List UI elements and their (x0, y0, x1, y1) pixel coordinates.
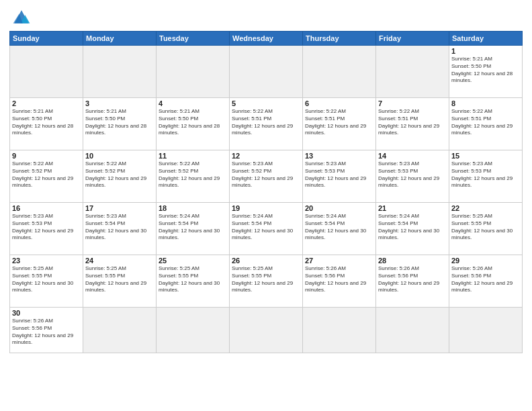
calendar-cell: 10Sunrise: 5:22 AMSunset: 5:52 PMDayligh… (83, 150, 157, 203)
sunset-label: Sunset: (159, 273, 177, 279)
sunrise-label: Sunrise: (85, 161, 105, 167)
col-header-friday: Friday (376, 32, 449, 46)
sunrise-label: Sunrise: (305, 213, 324, 219)
daylight-label: Daylight: (305, 175, 326, 181)
calendar-cell: 15Sunrise: 5:23 AMSunset: 5:53 PMDayligh… (449, 150, 523, 203)
day-number: 12 (232, 152, 300, 160)
daylight-label: Daylight: (378, 175, 399, 181)
sunset-label: Sunset: (451, 116, 470, 122)
day-number: 7 (378, 99, 447, 107)
day-number: 8 (451, 99, 520, 107)
calendar-cell (449, 308, 523, 353)
calendar-cell: 16Sunrise: 5:23 AMSunset: 5:53 PMDayligh… (10, 203, 83, 255)
daylight-label: Daylight: (85, 175, 106, 181)
sunset-label: Sunset: (305, 116, 323, 122)
sunrise-label: Sunrise: (159, 265, 178, 271)
calendar-cell: 3Sunrise: 5:21 AMSunset: 5:50 PMDaylight… (83, 98, 157, 150)
calendar-cell (157, 46, 230, 98)
calendar-week-row: 16Sunrise: 5:23 AMSunset: 5:53 PMDayligh… (10, 203, 523, 255)
sunrise-label: Sunrise: (378, 265, 398, 271)
sunrise-label: Sunrise: (451, 56, 471, 62)
calendar-cell: 21Sunrise: 5:24 AMSunset: 5:54 PMDayligh… (376, 203, 449, 255)
daylight-label: Daylight: (85, 228, 106, 234)
calendar-cell (376, 308, 449, 353)
daylight-label: Daylight: (12, 228, 33, 234)
sunrise-label: Sunrise: (12, 265, 32, 271)
daylight-label: Daylight: (159, 280, 179, 286)
calendar-cell: 25Sunrise: 5:25 AMSunset: 5:55 PMDayligh… (157, 255, 230, 308)
daylight-label: Daylight: (451, 280, 472, 286)
calendar-cell: 22Sunrise: 5:25 AMSunset: 5:55 PMDayligh… (449, 203, 523, 255)
sunrise-label: Sunrise: (305, 265, 324, 271)
day-number: 29 (451, 257, 520, 265)
day-number: 16 (12, 204, 81, 212)
daylight-label: Daylight: (232, 280, 253, 286)
day-number: 28 (378, 257, 447, 265)
daylight-label: Daylight: (232, 228, 253, 234)
calendar-cell (83, 308, 157, 353)
daylight-label: Daylight: (378, 280, 399, 286)
day-number: 20 (305, 204, 373, 212)
day-number: 22 (451, 204, 520, 212)
day-info: Sunrise: 5:22 AMSunset: 5:52 PMDaylight:… (159, 161, 227, 189)
day-number: 6 (305, 99, 373, 107)
day-info: Sunrise: 5:23 AMSunset: 5:53 PMDaylight:… (451, 161, 520, 189)
day-number: 4 (159, 99, 227, 107)
col-header-tuesday: Tuesday (157, 32, 230, 46)
daylight-label: Daylight: (451, 175, 472, 181)
day-info: Sunrise: 5:22 AMSunset: 5:51 PMDaylight:… (378, 108, 447, 137)
calendar-cell (230, 46, 303, 98)
calendar-cell (157, 308, 230, 353)
daylight-label: Daylight: (85, 280, 106, 286)
sunset-label: Sunset: (12, 325, 30, 331)
sunset-label: Sunset: (85, 116, 103, 122)
sunrise-label: Sunrise: (12, 213, 32, 219)
sunrise-label: Sunrise: (159, 213, 178, 219)
calendar-week-row: 1Sunrise: 5:21 AMSunset: 5:50 PMDaylight… (10, 46, 523, 98)
sunrise-label: Sunrise: (451, 265, 471, 271)
calendar-cell: 29Sunrise: 5:26 AMSunset: 5:56 PMDayligh… (449, 255, 523, 308)
calendar-cell: 24Sunrise: 5:25 AMSunset: 5:55 PMDayligh… (83, 255, 157, 308)
day-number: 19 (232, 204, 300, 212)
sunrise-label: Sunrise: (232, 265, 251, 271)
day-info: Sunrise: 5:22 AMSunset: 5:52 PMDaylight:… (85, 161, 154, 189)
daylight-label: Daylight: (232, 175, 253, 181)
day-number: 3 (85, 99, 154, 107)
calendar-week-row: 30Sunrise: 5:26 AMSunset: 5:56 PMDayligh… (10, 308, 523, 353)
day-info: Sunrise: 5:26 AMSunset: 5:56 PMDaylight:… (378, 265, 447, 294)
calendar-cell: 20Sunrise: 5:24 AMSunset: 5:54 PMDayligh… (303, 203, 376, 255)
sunrise-label: Sunrise: (232, 213, 251, 219)
sunset-label: Sunset: (232, 168, 250, 174)
daylight-label: Daylight: (12, 332, 33, 338)
sunrise-label: Sunrise: (451, 108, 471, 114)
calendar-cell: 13Sunrise: 5:23 AMSunset: 5:53 PMDayligh… (303, 150, 376, 203)
calendar-table: SundayMondayTuesdayWednesdayThursdayFrid… (9, 31, 523, 353)
day-info: Sunrise: 5:24 AMSunset: 5:54 PMDaylight:… (159, 213, 227, 242)
calendar-cell: 12Sunrise: 5:23 AMSunset: 5:52 PMDayligh… (230, 150, 303, 203)
day-number: 23 (12, 257, 81, 265)
col-header-thursday: Thursday (303, 32, 376, 46)
calendar-cell (230, 308, 303, 353)
day-info: Sunrise: 5:21 AMSunset: 5:50 PMDaylight:… (12, 108, 81, 137)
day-info: Sunrise: 5:24 AMSunset: 5:54 PMDaylight:… (305, 213, 373, 242)
day-info: Sunrise: 5:22 AMSunset: 5:51 PMDaylight:… (232, 108, 300, 137)
day-number: 25 (159, 257, 227, 265)
day-info: Sunrise: 5:23 AMSunset: 5:53 PMDaylight:… (305, 161, 373, 189)
calendar-cell: 11Sunrise: 5:22 AMSunset: 5:52 PMDayligh… (157, 150, 230, 203)
sunrise-label: Sunrise: (12, 161, 32, 167)
day-number: 2 (12, 99, 81, 107)
sunrise-label: Sunrise: (378, 161, 398, 167)
calendar-cell (376, 46, 449, 98)
calendar-cell (83, 46, 157, 98)
calendar-week-row: 2Sunrise: 5:21 AMSunset: 5:50 PMDaylight… (10, 98, 523, 150)
daylight-label: Daylight: (451, 71, 472, 77)
day-info: Sunrise: 5:26 AMSunset: 5:56 PMDaylight:… (12, 318, 81, 347)
day-info: Sunrise: 5:23 AMSunset: 5:53 PMDaylight:… (12, 213, 81, 242)
calendar-cell: 28Sunrise: 5:26 AMSunset: 5:56 PMDayligh… (376, 255, 449, 308)
logo (9, 7, 36, 27)
sunset-label: Sunset: (159, 116, 177, 122)
sunrise-label: Sunrise: (451, 213, 471, 219)
col-header-wednesday: Wednesday (230, 32, 303, 46)
daylight-label: Daylight: (451, 228, 472, 234)
day-info: Sunrise: 5:23 AMSunset: 5:52 PMDaylight:… (232, 161, 300, 189)
